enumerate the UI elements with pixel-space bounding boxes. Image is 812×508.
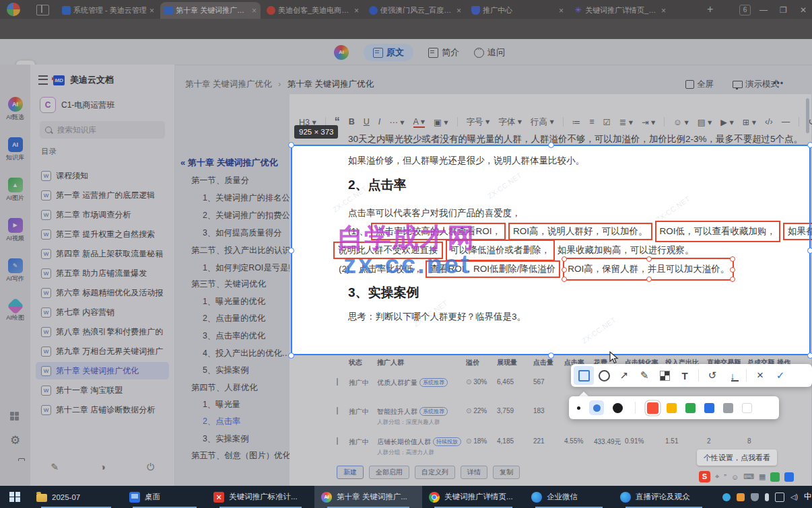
video-insert-dropdown[interactable]: ▶ ▾ <box>720 117 733 127</box>
text-tool[interactable]: T <box>675 366 695 385</box>
divider-insert-icon[interactable]: — <box>782 117 790 126</box>
tab-summary[interactable]: 简介 <box>428 46 459 59</box>
toc-item[interactable]: 1、关键词推广的排名公式 <box>203 192 298 204</box>
tab-followup[interactable]: 追问 <box>474 46 505 59</box>
browser-tab[interactable]: 美迪创客_美迪电商_美 × <box>263 2 363 19</box>
toc-item[interactable]: 第一节、质量分 <box>191 175 249 186</box>
sidebar-chapter[interactable]: 第二章 市场调查分析 <box>36 206 169 223</box>
hamburger-icon[interactable] <box>38 75 48 85</box>
save-capture-button[interactable]: ↓ <box>722 366 743 385</box>
fullscreen-button[interactable]: 全屏 <box>685 79 714 90</box>
browser-tab[interactable]: 关键词推广详情页_万相 × <box>570 2 670 19</box>
green-tool-icon[interactable] <box>770 472 780 482</box>
tray-volume-icon[interactable]: ◁) <box>790 493 798 501</box>
row-checkbox[interactable] <box>337 437 338 445</box>
tab-close-icon[interactable]: × <box>149 6 154 15</box>
new-button[interactable]: 新建 <box>337 466 364 479</box>
capture-handle[interactable] <box>548 142 554 148</box>
toc-item[interactable]: 2、关键词推广的扣费公式 <box>203 210 298 221</box>
tray-wecom-icon[interactable] <box>722 493 731 501</box>
rail-item-ai-select[interactable]: AIAI甄选 <box>0 97 30 122</box>
image-insert-dropdown[interactable]: ▤ ▾ <box>698 117 712 127</box>
tab-close-icon[interactable]: × <box>559 6 564 15</box>
grid-icon[interactable]: ▦ <box>759 472 766 481</box>
sidebar-chapter[interactable]: 第九章 万相台无界关键词推广 <box>36 342 169 360</box>
blue-tool-icon[interactable] <box>784 472 794 482</box>
rectangle-tool[interactable] <box>574 366 594 385</box>
cursor-mode-icon[interactable]: ⌖ <box>715 472 719 481</box>
more-button[interactable]: ••• <box>773 79 784 88</box>
sidebar-chapter[interactable]: 第一章 运营推广的底层逻辑 <box>36 186 169 204</box>
annotation-rect-selected[interactable]: ROI高，保留人群，并且可以加大溢价。 <box>563 258 734 281</box>
sidebar-chapter[interactable]: 第十一章 淘宝联盟 <box>36 382 169 399</box>
tab-count-badge[interactable]: 6 <box>739 5 751 15</box>
toc-item[interactable]: 4、投入产出比的优化（观察7天/15 <box>203 348 292 359</box>
browser-tab[interactable]: 系统管理 - 美迪云管理 × <box>58 2 158 19</box>
taskbar-item-desktop[interactable]: 桌面 <box>123 486 207 508</box>
sidebar-chapter[interactable]: 第六章 标题精细优化及活动报 <box>36 284 169 301</box>
confirm-capture-button[interactable]: ✓ <box>770 366 790 385</box>
table-insert-dropdown[interactable]: ⊞ ▾ <box>743 117 756 127</box>
taskbar-item-chrome[interactable]: 关键词推广详情页... <box>422 486 525 508</box>
row-checkbox[interactable] <box>337 378 338 386</box>
underline-icon[interactable]: U <box>364 117 370 126</box>
stroke-size-medium-selected[interactable] <box>589 400 604 415</box>
color-white[interactable] <box>742 403 752 413</box>
start-button[interactable] <box>0 486 30 508</box>
sogou-icon[interactable] <box>699 471 710 482</box>
emoji-dropdown[interactable]: ☺ ▾ <box>673 117 689 127</box>
rail-plugins-button[interactable] <box>0 412 30 422</box>
toc-item[interactable]: 第二节、投入产出比的认识 <box>191 245 291 256</box>
browser-tab[interactable]: 推广中心 × <box>467 2 568 19</box>
settings-tooltip[interactable]: 个性设置，点我看看 <box>697 449 777 466</box>
tab-close-icon[interactable]: × <box>456 6 461 15</box>
copy-button[interactable]: 复制 <box>493 466 520 479</box>
rail-item-ai-write[interactable]: ✎AI写作 <box>0 258 30 283</box>
rail-item-ai-image[interactable]: ▲AI图片 <box>0 178 30 203</box>
indent-dropdown[interactable]: ⇥ ▾ <box>642 117 655 127</box>
tab-close-icon[interactable]: × <box>354 6 359 15</box>
font-color-dropdown[interactable]: A ▾ <box>413 116 425 128</box>
emoji-icon[interactable]: ☺ <box>731 473 739 481</box>
capture-handle[interactable] <box>807 248 812 254</box>
browser-tab[interactable]: 便强澳门风云_百度搜索 × <box>365 2 465 19</box>
toc-item[interactable]: 1、曝光量的优化 <box>203 296 265 307</box>
mosaic-tool[interactable] <box>654 366 675 385</box>
quote-icon[interactable]: ” <box>724 473 726 481</box>
align-dropdown[interactable]: ≣ ▾ <box>619 117 633 127</box>
stroke-size-large[interactable] <box>613 403 623 413</box>
toc-item[interactable]: 第三节、关键词优化 <box>191 279 266 290</box>
rail-item-ai-draw[interactable]: AI绘图 <box>0 299 30 322</box>
sidebar-chapter[interactable]: 第四章 新品上架获取流量秘籍 <box>36 245 169 262</box>
sidebar-chapter-selected[interactable]: 第十章 关键词推广优化 <box>36 362 169 379</box>
class-name[interactable]: C1-电商运营班 <box>61 100 114 111</box>
capture-handle[interactable] <box>288 353 294 359</box>
edit-icon[interactable]: ✎ <box>51 462 59 473</box>
stroke-size-small[interactable] <box>577 406 580 410</box>
sidebar-chapter[interactable]: 第十二章 店铺诊断数据分析 <box>36 401 169 419</box>
color-yellow[interactable] <box>667 403 677 413</box>
capture-handle[interactable] <box>288 248 294 254</box>
page-scrollbar[interactable] <box>806 98 809 133</box>
tab-close-icon[interactable]: × <box>661 6 666 15</box>
toc-item[interactable]: 第四节、人群优化 <box>191 382 257 394</box>
toc-item[interactable]: 第五节、创意（图片）优化 <box>191 450 291 462</box>
tray-mic-icon[interactable] <box>765 493 769 501</box>
toc-item[interactable]: 5、实操案例 <box>203 365 248 376</box>
capture-handle[interactable] <box>807 142 812 148</box>
knowledge-search-input[interactable] <box>56 125 153 135</box>
undo-tool[interactable]: ↺ <box>702 366 722 385</box>
knowledge-search[interactable] <box>40 121 165 139</box>
ime-indicator[interactable]: 中 <box>804 491 812 503</box>
tab-close-icon[interactable]: × <box>252 6 257 15</box>
sidebar-chapter[interactable]: 第七章 内容营销 <box>36 303 169 321</box>
annotation-rect[interactable]: ROI高，说明人群好，可以加价。 <box>508 223 652 240</box>
font-family-dropdown[interactable]: 字体 ▾ <box>498 116 522 128</box>
taskbar-item-excel[interactable]: 关键词推广标准计... <box>207 486 314 508</box>
sidebar-chapter[interactable]: 第八章 热浪引擎和付费推广的 <box>36 323 169 340</box>
enable-all-button[interactable]: 全部启用 <box>369 466 409 479</box>
keyboard-icon[interactable]: ⌨ <box>743 472 754 481</box>
sidebar-chapter[interactable]: 第三章 提升权重之自然搜索 <box>36 225 169 243</box>
capture-handle[interactable] <box>548 353 554 359</box>
browser-tab-active[interactable]: 第十章 关键词推广优化 × <box>160 2 261 19</box>
